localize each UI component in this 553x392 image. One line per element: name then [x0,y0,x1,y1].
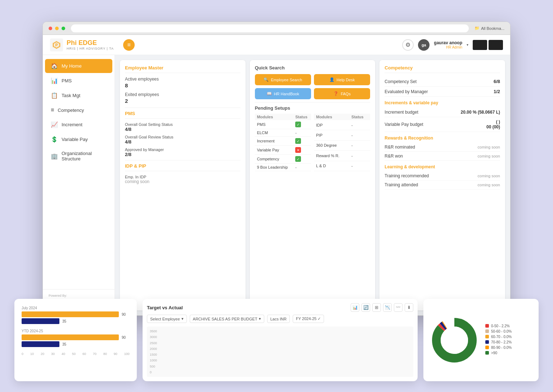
increments-section-title: Increments & variable pay [385,100,500,105]
y-axis-labels: 3500 3000 2500 2000 1500 1000 500 0 [150,329,157,374]
exited-employees-value: 2 [125,98,240,104]
employee-dropdown[interactable]: Select Employee ▾ [147,315,187,323]
bar-label-ytd: YTD 2024-25 [22,329,130,333]
maximize-dot[interactable] [62,27,65,30]
competency-set-label: Competency Set [385,79,417,84]
table-row: PMS ✓ [255,120,311,129]
approved-manager-item: Approved by Manager 2/8 [125,147,240,157]
legend-dot-70-80 [485,340,489,344]
legend-item-60-70: 60-70 - 0.0% [485,335,512,339]
legend-dot-50-60 [485,329,489,333]
content-area: Employee Master Active employees 8 Exite… [115,55,510,315]
fy-dropdown[interactable]: FY 2024-25 ✓ [293,315,324,323]
sidebar-item-org-structure[interactable]: 🏢 Organizational Structure [45,147,112,165]
active-employees-value: 8 [125,82,240,88]
search-buttons-row-1: 🔍 Employee Search 👤 Help Desk [255,74,370,85]
increment-budget-label: Increment budget [385,110,418,115]
help-icon: 👤 [329,77,334,82]
archive-dropdown[interactable]: ARCHIVE SALES AS PER BUDGET ▾ [190,315,264,323]
header-right: ⚙ ga gaurav anoop HR Admin ▾ [402,39,503,51]
sidebar-label-competency: Competency [58,108,84,113]
goal-setting-label: Overall Goal Setting Status [125,122,240,127]
rewards-section-title: Rewards & Recognition [385,136,500,141]
competency-card-title: Competency [385,65,500,73]
competency-set-value: 6/8 [494,79,500,84]
table-icon-btn[interactable]: ⊞ [372,303,381,312]
bar-fill-ytd-orange [22,334,119,340]
goal-review-label: Overall Goal Review Status [125,135,240,139]
legend-dot-0-50 [485,324,489,328]
rr-nominated-value: coming soon [478,145,500,149]
table-row: PIP - [314,130,370,140]
browser-bar: 📁 All Bookma... [43,22,510,35]
sidebar-item-pms[interactable]: 📊 PMS [45,74,112,88]
help-desk-button[interactable]: 👤 Help Desk [314,74,370,85]
competency-panel-card: Competency Competency Set 6/8 Evaluated … [379,60,505,310]
table-row: ELCM - [255,129,311,137]
bar-val-july-navy: 35 [62,319,66,323]
chart-area: 3500 3000 2500 2000 1500 1000 500 0 [147,327,413,377]
divider-1 [125,108,240,108]
menu-icon[interactable]: ≡ [123,39,135,51]
sidebar-label-task: Task Mgt [62,93,80,98]
table-row: IDP - [314,120,370,130]
exited-employees-stat: Exited employees 2 [125,92,240,104]
sidebar-label-variable-pay: Variable Pay [62,137,88,142]
variable-pay-icon: 💲 [51,136,58,143]
sidebar: 🏠 My Home 📊 PMS 📋 Task Mgt ≡ Competency … [43,55,115,315]
bar-chart-icon-btn[interactable]: 📊 [351,303,359,312]
pending-table-left: Modules Status PMS ✓ ELCM [255,114,311,171]
faqs-button[interactable]: ❓ FAQs [314,88,370,99]
variable-pay-value: ( ) 00 (00) [486,119,500,129]
close-dot[interactable] [49,27,52,30]
idp-pip-title: IDP & PIP [125,163,240,171]
logo-text-area: Phi EDGE HRIS | HR ADVISORY | TA [67,39,114,50]
table-row: Variable Pay ✕ [255,146,311,155]
training-att-value: coming soon [478,183,500,187]
employee-search-button[interactable]: 🔍 Employee Search [255,74,311,85]
settings-button[interactable]: ⚙ [402,39,414,51]
currency-dropdown[interactable]: Lacs INR [267,315,290,323]
url-bar[interactable] [71,24,469,32]
sidebar-item-my-home[interactable]: 🏠 My Home [45,59,112,73]
home-icon: 🏠 [51,63,58,69]
legend-item-70-80: 70-80 - 2.2% [485,340,512,344]
status-check-icon: ✓ [295,122,301,127]
sidebar-item-task-mgt[interactable]: 📋 Task Mgt [45,88,112,102]
training-rec-value: coming soon [478,174,500,178]
training-rec-row: Training recommended coming soon [385,172,500,181]
minimize-dot[interactable] [55,27,59,30]
donut-container: 0-50 - 2.2% 50-60 - 0.0% 60-70 - 0.0% 70… [429,315,512,365]
bar-row-july-navy: 35 [22,318,130,324]
hr-handbook-button[interactable]: 📖 HR HandBook [255,88,311,99]
logo-box-1 [473,40,487,50]
pms-icon: 📊 [51,77,58,84]
svg-point-9 [441,327,468,354]
variable-pay-row: Variable Pay budget ( ) 00 (00) [385,117,500,132]
modules-header-left: Modules [255,114,293,120]
bar-val-ytd-navy: 35 [62,342,66,346]
sidebar-item-increment[interactable]: 📈 Increment [45,118,112,132]
user-dropdown-arrow[interactable]: ▾ [467,43,468,47]
user-name: gaurav anoop [434,40,462,45]
rr-nominated-label: R&R nominated [385,145,415,150]
hr-handbook-label: HR HandBook [274,92,299,96]
handbook-icon: 📖 [267,91,272,96]
download-icon-btn[interactable]: ⬇ [405,303,413,312]
legend-dot-80-90 [485,346,489,349]
sidebar-item-competency[interactable]: ≡ Competency [45,103,112,117]
area-chart-icon-btn[interactable]: 〰 [394,303,403,312]
line-chart-icon-btn[interactable]: 📉 [383,303,392,312]
bar-row-july-orange: 90 [22,311,130,317]
pending-table-right: Modules Status IDP - PIP [314,114,370,171]
bookmark-area: 📁 All Bookma... [475,26,504,31]
sidebar-item-variable-pay[interactable]: 💲 Variable Pay [45,132,112,146]
increment-budget-row: Increment budget 20.00 % (58.0667 L) [385,108,500,117]
increment-budget-value: 20.00 % (58.0667 L) [461,110,500,115]
emp-idp-value: coming soon [125,179,240,184]
task-icon: 📋 [51,92,58,99]
donut-chart [429,315,480,365]
pie-chart-icon-btn[interactable]: 🔄 [361,303,370,312]
status-x-icon: ✕ [295,147,301,153]
sidebar-label-my-home: My Home [62,63,82,69]
